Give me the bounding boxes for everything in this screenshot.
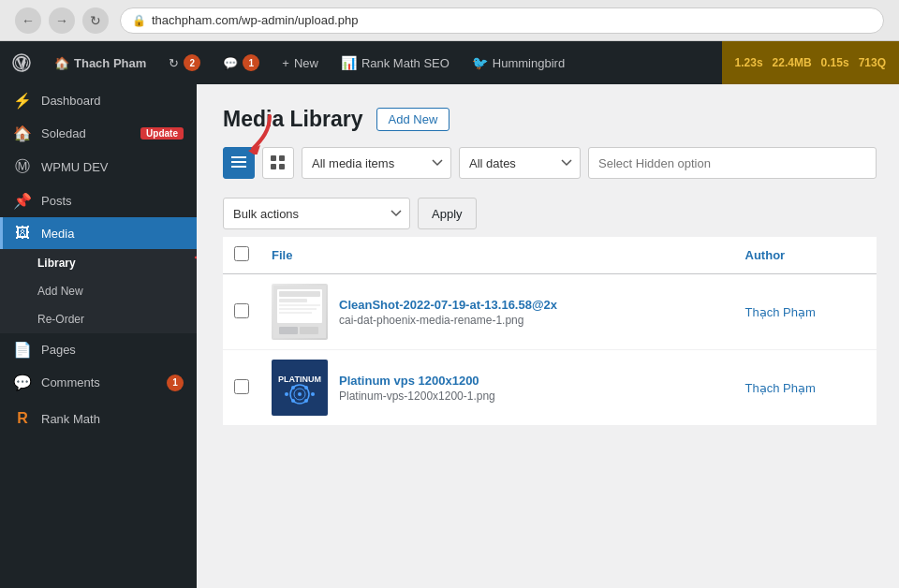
dates-filter-select[interactable]: All dates January 2022 February 2022 [459, 147, 581, 179]
svg-point-28 [291, 399, 295, 403]
sidebar-item-soledad[interactable]: 🏠 Soledad Update [0, 117, 197, 150]
back-button[interactable]: ← [15, 7, 41, 34]
dashboard-icon: ⚡ [13, 92, 32, 110]
admin-bar-new[interactable]: + New [271, 41, 330, 84]
page-header: Media Library Add New [223, 107, 877, 132]
sidebar-item-pages[interactable]: 📄 Pages [0, 333, 197, 366]
media-table: File Author [223, 237, 877, 426]
wp-layout: ⚡ Dashboard 🏠 Soledad Update Ⓜ WPMU DEV … [0, 84, 899, 588]
row2-file-info: Platinum vps 1200x1200 Platinum-vps-1200… [339, 374, 495, 403]
browser-bar: ← → ↻ 🔒 thachpham.com/wp-admin/upload.ph… [0, 0, 899, 41]
header-check [223, 237, 260, 274]
admin-bar-rank-math[interactable]: 📊 Rank Math SEO [330, 41, 461, 84]
new-label: New [294, 56, 318, 70]
row1-check[interactable] [223, 274, 260, 350]
toolbar-container: All media items Images Audio Video Docum… [223, 147, 877, 179]
svg-point-29 [304, 399, 308, 403]
soledad-icon: 🏠 [13, 125, 32, 142]
svg-point-24 [285, 392, 288, 396]
wpmu-icon: Ⓜ [13, 157, 32, 177]
row2-author-link[interactable]: Thạch Phạm [745, 381, 816, 395]
hidden-option-input[interactable] [588, 147, 877, 179]
wp-logo[interactable] [0, 41, 43, 84]
browser-navigation: ← → ↻ [15, 7, 109, 34]
rank-math-icon: 📊 [341, 55, 357, 70]
row2-checkbox[interactable] [234, 379, 249, 394]
svg-rect-5 [231, 166, 246, 168]
sidebar-item-library[interactable]: Library [0, 249, 197, 277]
sidebar-item-rankmath[interactable]: R Rank Math [0, 403, 197, 434]
perf-memory: 22.4MB [773, 56, 812, 69]
sidebar-library-label: Library [37, 257, 184, 270]
row1-checkbox[interactable] [234, 303, 249, 318]
row1-author-link[interactable]: Thạch Phạm [745, 305, 816, 319]
sidebar-item-re-order[interactable]: Re-Order [0, 305, 197, 333]
row1-file-name[interactable]: CleanShot-2022-07-19-at-13.16.58@2x [339, 298, 557, 312]
sidebar-item-comments[interactable]: 💬 Comments 1 [0, 366, 197, 399]
sidebar-media-label: Media [41, 227, 184, 241]
sidebar-add-new-label: Add New [37, 285, 184, 298]
forward-button[interactable]: → [49, 7, 75, 34]
perf-db: 0.15s [821, 56, 849, 69]
row1-file-info: CleanShot-2022-07-19-at-13.16.58@2x cai-… [339, 298, 557, 327]
grid-view-icon [271, 155, 286, 170]
svg-rect-12 [279, 291, 320, 297]
address-bar[interactable]: 🔒 thachpham.com/wp-admin/upload.php [120, 7, 884, 34]
lock-icon: 🔒 [132, 14, 146, 27]
admin-bar-items: 🏠 Thach Pham ↻ 2 💬 1 + New 📊 Rank Math S… [43, 41, 722, 84]
sidebar-submenu-media: Library Add New Re-Order [0, 249, 197, 333]
svg-rect-4 [231, 161, 246, 163]
bulk-actions-select[interactable]: Bulk actions Delete Permanently [223, 198, 410, 229]
sidebar-item-posts[interactable]: 📌 Posts [0, 184, 197, 217]
svg-rect-14 [279, 304, 320, 306]
comments-sidebar-badge: 1 [167, 375, 184, 391]
hummingbird-icon: 🐦 [472, 55, 488, 70]
admin-bar-updates[interactable]: ↻ 2 [157, 41, 212, 84]
comments-sidebar-icon: 💬 [13, 374, 32, 391]
svg-text:PLATINUM: PLATINUM [278, 375, 321, 384]
row2-author: Thạch Phạm [734, 350, 877, 426]
admin-bar-site-name[interactable]: 🏠 Thach Pham [43, 41, 157, 84]
reload-button[interactable]: ↻ [82, 7, 109, 34]
svg-rect-7 [279, 155, 285, 161]
updates-icon: ↻ [169, 56, 179, 70]
perf-time: 1.23s [735, 56, 763, 69]
admin-bar-hummingbird[interactable]: 🐦 Hummingbird [461, 41, 576, 84]
svg-point-23 [298, 392, 302, 396]
row2-file-name[interactable]: Platinum vps 1200x1200 [339, 374, 495, 388]
sidebar-soledad-label: Soledad [41, 126, 125, 140]
row2-check[interactable] [223, 350, 260, 426]
url-text: thachpham.com/wp-admin/upload.php [152, 13, 358, 27]
svg-point-25 [311, 392, 315, 396]
toolbar: All media items Images Audio Video Docum… [223, 147, 877, 179]
svg-rect-17 [279, 327, 298, 334]
row1-file-sub: cai-dat-phoenix-media-rename-1.png [339, 314, 557, 327]
media-filter-select[interactable]: All media items Images Audio Video Docum… [302, 147, 451, 179]
apply-button[interactable]: Apply [418, 198, 477, 229]
header-file[interactable]: File [260, 237, 734, 274]
table-row: CleanShot-2022-07-19-at-13.16.58@2x cai-… [223, 274, 877, 350]
sidebar-item-add-new[interactable]: Add New [0, 277, 197, 305]
sidebar-wpmu-label: WPMU DEV [41, 160, 184, 174]
updates-count: 2 [184, 54, 200, 71]
sidebar-pages-label: Pages [41, 343, 184, 357]
sidebar-item-dashboard[interactable]: ⚡ Dashboard [0, 84, 197, 117]
svg-rect-18 [300, 327, 318, 334]
row1-file-cell: CleanShot-2022-07-19-at-13.16.58@2x cai-… [272, 284, 723, 340]
plus-icon: + [282, 56, 289, 70]
add-new-button[interactable]: Add New [376, 108, 450, 131]
performance-bar[interactable]: 1.23s 22.4MB 0.15s 713Q [722, 41, 899, 84]
select-all-checkbox[interactable] [234, 246, 249, 261]
sidebar-item-media[interactable]: 🖼 Media [0, 217, 197, 249]
table-header-row: File Author [223, 237, 877, 274]
comments-icon: 💬 [223, 56, 238, 70]
header-author[interactable]: Author [734, 237, 877, 274]
svg-rect-13 [279, 299, 307, 302]
list-view-icon [231, 156, 246, 169]
comments-count: 1 [243, 54, 259, 71]
admin-bar-comments[interactable]: 💬 1 [212, 41, 271, 84]
rankmath-icon: R [13, 410, 32, 427]
sidebar-item-wpmu[interactable]: Ⓜ WPMU DEV [0, 150, 197, 184]
home-icon: 🏠 [54, 56, 69, 70]
row1-author: Thạch Phạm [734, 274, 877, 350]
